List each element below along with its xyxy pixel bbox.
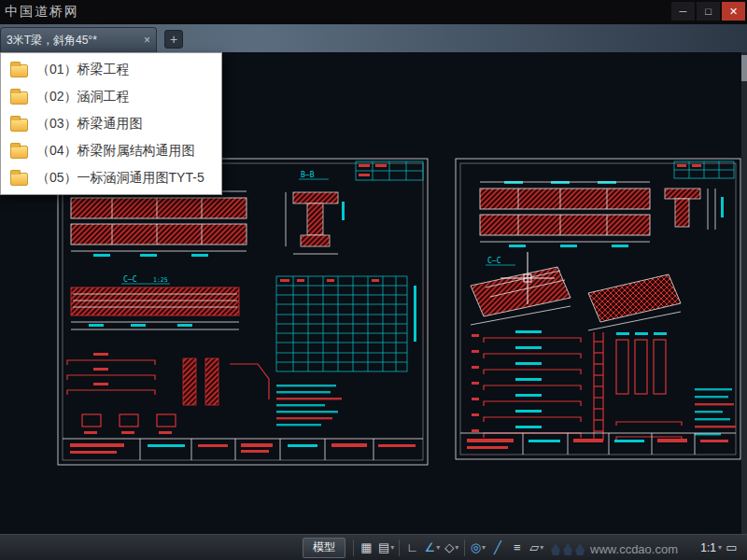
maximize-button[interactable]: □ bbox=[697, 2, 720, 21]
document-tab-bar: 3米T梁，斜角45°* × + bbox=[0, 24, 747, 52]
new-tab-button[interactable]: + bbox=[164, 30, 183, 49]
folder-icon bbox=[10, 146, 28, 159]
separator bbox=[464, 539, 465, 556]
menu-item-bridge-general[interactable]: （03）桥梁通用图 bbox=[1, 110, 221, 137]
folder-icon bbox=[10, 91, 28, 105]
tab-close-icon[interactable]: × bbox=[138, 34, 150, 47]
site-watermark: 中国道桥网 bbox=[5, 4, 79, 21]
drawing-sheet-right: C—C bbox=[456, 159, 740, 459]
menu-item-culvert-general-tyt5[interactable]: （05）一标涵洞通用图TYT-5 bbox=[1, 164, 221, 191]
menu-item-label: （05）一标涵洞通用图TYT-5 bbox=[36, 170, 204, 187]
object-snap-icon[interactable]: ◎▾ bbox=[468, 538, 487, 558]
menu-item-bridge-attachment[interactable]: （04）桥梁附属结构通用图 bbox=[1, 137, 221, 164]
section-scale-left: 1:25 bbox=[153, 276, 168, 284]
menu-item-culvert-works[interactable]: （02）涵洞工程 bbox=[1, 83, 221, 110]
ortho-icon[interactable]: ∟ bbox=[402, 538, 422, 558]
snap-icon[interactable]: ▤▾ bbox=[376, 538, 396, 558]
menu-item-label: （02）涵洞工程 bbox=[36, 89, 130, 105]
chevron-down-icon[interactable]: ▾ bbox=[540, 543, 543, 552]
annotation-scale-button[interactable]: 1:1 bbox=[700, 541, 716, 554]
menu-item-bridge-works[interactable]: （01）桥梁工程 bbox=[1, 56, 221, 83]
drawing-sheet-left: B—B C—C 1:25 bbox=[58, 159, 428, 465]
separator bbox=[353, 539, 354, 556]
status-bar: 模型 ▦ ▤▾ ∟ ∠▾ ◇▾ ◎▾ ╱ ≡ ▱▾ 1:1 ▾ ▭ bbox=[0, 534, 747, 560]
grid-icon[interactable]: ▦ bbox=[357, 538, 376, 558]
drawing-tab[interactable]: 3米T梁，斜角45°* × bbox=[0, 27, 157, 52]
folder-icon bbox=[10, 64, 28, 77]
section-label-cc-left: C—C bbox=[123, 275, 137, 284]
lineweight-icon[interactable]: ≡ bbox=[507, 538, 527, 558]
menu-item-label: （04）桥梁附属结构通用图 bbox=[36, 143, 195, 160]
close-button[interactable]: ✕ bbox=[722, 2, 745, 21]
menu-item-label: （01）桥梁工程 bbox=[36, 62, 130, 78]
scrollbar-thumb[interactable] bbox=[741, 55, 747, 81]
fullscreen-icon[interactable]: ▭ bbox=[722, 538, 741, 558]
isodraft-icon[interactable]: ◇▾ bbox=[442, 538, 461, 558]
menu-item-label: （03）桥梁通用图 bbox=[36, 116, 143, 133]
snap-tracking-icon[interactable]: ╱ bbox=[487, 538, 507, 558]
folder-icon bbox=[10, 119, 28, 132]
chevron-down-icon[interactable]: ▾ bbox=[482, 543, 486, 552]
chevron-down-icon[interactable]: ▾ bbox=[455, 543, 458, 552]
separator bbox=[399, 539, 400, 556]
drawing-tab-label: 3米T梁，斜角45°* bbox=[7, 33, 97, 49]
polar-tracking-icon[interactable]: ∠▾ bbox=[422, 538, 442, 558]
window-controls: ─ □ ✕ bbox=[671, 2, 745, 21]
file-folder-menu: （01）桥梁工程 （02）涵洞工程 （03）桥梁通用图 （04）桥梁附属结构通用… bbox=[0, 52, 222, 195]
section-label-cc-right: C—C bbox=[487, 257, 501, 265]
minimize-button[interactable]: ─ bbox=[671, 2, 695, 21]
section-label-bb: B—B bbox=[301, 171, 315, 179]
selection-cycling-icon[interactable]: ▱▾ bbox=[527, 538, 546, 558]
title-bar: 中国道桥网 ─ □ ✕ bbox=[0, 0, 747, 24]
chevron-down-icon[interactable]: ▾ bbox=[390, 543, 394, 552]
folder-icon bbox=[10, 173, 28, 186]
vertical-scrollbar[interactable] bbox=[741, 52, 747, 534]
chevron-down-icon[interactable]: ▾ bbox=[436, 543, 440, 552]
model-tab-button[interactable]: 模型 bbox=[303, 538, 345, 558]
